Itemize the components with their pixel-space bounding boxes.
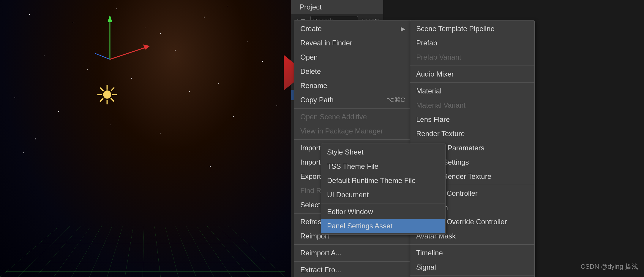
project-tab[interactable]: Project [295, 1, 326, 13]
create-arrow-icon: ▶ [401, 25, 405, 32]
create-material-variant: Material Variant [410, 98, 534, 112]
create-material[interactable]: Material [410, 84, 534, 98]
separator-5 [294, 261, 411, 262]
svg-marker-1 [108, 15, 112, 22]
sub2-default-runtime-theme[interactable]: Default Runtime Theme File [321, 173, 445, 188]
watermark: CSDN @dying 摄浅 [581, 262, 638, 271]
separator-1 [294, 108, 411, 109]
create-sep-4 [410, 244, 534, 245]
create-scene-template[interactable]: Scene Template Pipeline [410, 22, 534, 36]
create-sep-5 [410, 276, 534, 276]
sun-icon: ☀ [92, 80, 122, 110]
menu-delete[interactable]: Delete [294, 64, 411, 79]
sub2-panel-settings[interactable]: Panel Settings Asset [321, 219, 445, 233]
separator-4 [294, 244, 411, 245]
context-menu-ui-toolkit: Style Sheet TSS Theme File Default Runti… [321, 144, 446, 235]
svg-marker-3 [143, 44, 150, 50]
menu-reimport-all[interactable]: Reimport A... [294, 246, 411, 260]
panel-header: Project [291, 0, 383, 14]
separator-2 [294, 139, 411, 140]
create-sep-1 [410, 66, 534, 66]
menu-extract[interactable]: Extract Fro... [294, 263, 411, 277]
menu-rename[interactable]: Rename [294, 79, 411, 93]
menu-open-scene-additive: Open Scene Additive [294, 110, 411, 124]
svg-line-4 [95, 53, 110, 59]
axes-display [86, 12, 151, 71]
scene-viewport: ☀ [0, 0, 291, 277]
sub2-ui-document[interactable]: UI Document [321, 188, 445, 202]
menu-reveal-finder[interactable]: Reveal in Finder [294, 36, 411, 50]
create-lens-flare[interactable]: Lens Flare [410, 112, 534, 127]
menu-view-package-manager: View in Package Manager [294, 124, 411, 138]
create-prefab[interactable]: Prefab [410, 36, 534, 50]
sub2-style-sheet[interactable]: Style Sheet [321, 145, 445, 159]
menu-create[interactable]: Create ▶ [294, 22, 411, 36]
sub2-tss-theme[interactable]: TSS Theme File [321, 159, 445, 173]
menu-open[interactable]: Open [294, 50, 411, 64]
menu-copy-path[interactable]: Copy Path ⌥⌘C [294, 93, 411, 107]
create-signal[interactable]: Signal [410, 260, 534, 274]
create-timeline[interactable]: Timeline [410, 246, 534, 260]
svg-line-2 [110, 47, 146, 59]
create-sep-2 [410, 82, 534, 83]
create-prefab-variant: Prefab Variant [410, 50, 534, 64]
create-render-texture[interactable]: Render Texture [410, 127, 534, 141]
create-audio-mixer[interactable]: Audio Mixer [410, 67, 534, 81]
sub2-editor-window[interactable]: Editor Window [321, 205, 445, 219]
sub2-sep-1 [321, 203, 445, 203]
